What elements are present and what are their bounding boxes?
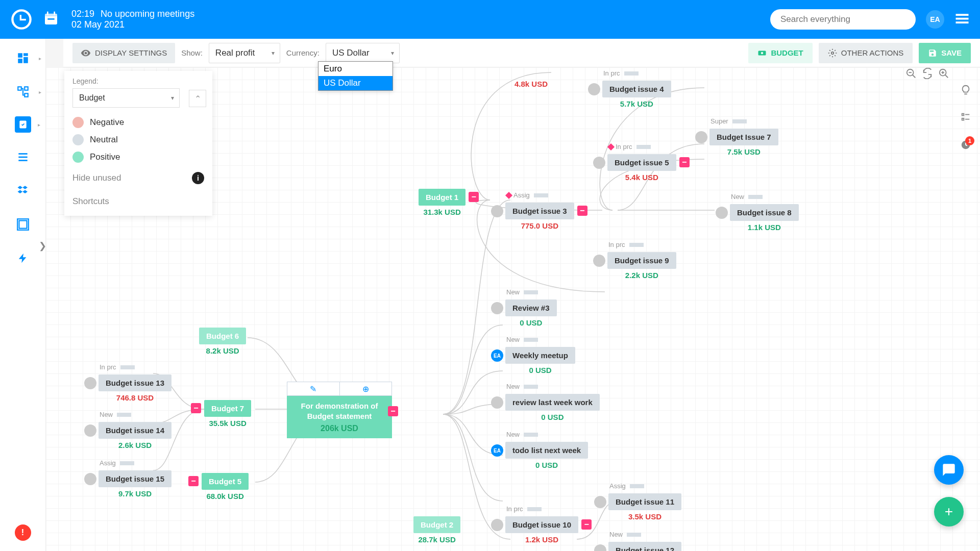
currency-option-euro[interactable]: Euro: [318, 62, 393, 76]
hamburger-icon[interactable]: [954, 11, 970, 28]
header-time: 02:19: [71, 9, 94, 19]
bulb-icon[interactable]: [960, 84, 971, 97]
nav-frame-icon[interactable]: [14, 215, 32, 234]
avatar-icon: [594, 544, 606, 551]
add-fab[interactable]: +: [934, 497, 964, 527]
show-select[interactable]: Real profit: [209, 43, 280, 63]
legend-item-positive: Positive: [72, 152, 204, 163]
node-budget-issue-14[interactable]: New Budget issue 14 2.6k USD: [99, 422, 172, 449]
toolbar: DISPLAY SETTINGS Show: Real profit Curre…: [63, 39, 980, 67]
zoom-controls: [905, 68, 949, 81]
nav-tree-icon[interactable]: ▸: [14, 83, 32, 101]
node-todo-list[interactable]: EA New todo list next week 0 USD: [505, 442, 588, 469]
node-review-3[interactable]: New Review #3 0 USD: [505, 299, 557, 327]
node-demo-root[interactable]: ✎ ⊕ For demonstration of Budget statemen…: [287, 382, 392, 438]
checklist-icon[interactable]: [960, 112, 971, 125]
neutral-dot: [72, 134, 84, 145]
svg-rect-9: [956, 18, 969, 20]
avatar-icon: EA: [491, 349, 503, 362]
svg-line-33: [913, 75, 916, 78]
branch-value: 4.8k USD: [514, 80, 548, 88]
svg-rect-4: [45, 14, 57, 16]
nav-list-icon[interactable]: [14, 148, 32, 166]
avatar-icon: [593, 255, 605, 267]
zoom-reset-icon[interactable]: [922, 68, 933, 81]
node-budget-6[interactable]: Budget 6 8.2k USD: [199, 328, 246, 355]
chat-fab[interactable]: [934, 455, 964, 485]
node-budget-issue-15[interactable]: Assig Budget issue 15 9.7k USD: [99, 470, 172, 498]
nav-tasks-icon[interactable]: ▸: [15, 116, 31, 133]
svg-rect-16: [24, 87, 28, 90]
positive-dot: [72, 152, 84, 163]
app-logo[interactable]: [10, 8, 33, 31]
clock-badge: 1: [965, 136, 974, 145]
svg-rect-6: [54, 12, 55, 15]
sidebar-expand-icon[interactable]: ❯: [39, 240, 46, 252]
save-button[interactable]: SAVE: [919, 43, 971, 63]
currency-select[interactable]: US Dollar: [326, 43, 400, 63]
currency-option-usd[interactable]: US Dollar: [318, 76, 393, 90]
header-meetings: No upcoming meetings: [101, 9, 194, 19]
avatar-icon: [491, 302, 503, 314]
node-budget-issue-13[interactable]: In prc Budget issue 13 746.8 USD: [99, 374, 172, 402]
node-budget-issue-3[interactable]: Assig Budget issue 3 − 775.0 USD: [505, 203, 574, 230]
svg-rect-14: [18, 59, 22, 63]
add-icon[interactable]: ⊕: [340, 382, 392, 395]
node-weekly-meetup[interactable]: EA New Weekly meetup 0 USD: [505, 347, 575, 374]
nav-dashboard-icon[interactable]: ▸: [14, 49, 32, 67]
display-settings-button[interactable]: DISPLAY SETTINGS: [72, 43, 175, 63]
info-icon[interactable]: i: [192, 172, 204, 184]
node-budget-issue-9[interactable]: In prc Budget issue 9 2.2k USD: [607, 252, 676, 280]
other-actions-button[interactable]: OTHER ACTIONS: [819, 43, 913, 63]
node-budget-issue-7[interactable]: Super Budget Issue 7 7.5k USD: [709, 129, 778, 156]
node-budget-issue-12[interactable]: New Budget issue 12: [608, 542, 681, 551]
node-budget-2[interactable]: Budget 2 28.7k USD: [413, 516, 460, 544]
minus-icon[interactable]: −: [191, 403, 201, 413]
minus-icon[interactable]: −: [679, 157, 690, 167]
avatar-icon: [716, 207, 728, 219]
legend-panel: Legend: Budget ⌃ Negative Neutral Positi…: [64, 71, 212, 216]
node-budget-issue-4[interactable]: In prc Budget issue 4 5.7k USD: [602, 81, 671, 108]
edit-icon[interactable]: ✎: [287, 382, 340, 395]
avatar-icon: [84, 424, 96, 437]
budget-button[interactable]: BUDGET: [748, 43, 812, 63]
svg-line-36: [945, 75, 948, 78]
node-budget-issue-10[interactable]: In prc Budget issue 10 − 1.2k USD: [505, 516, 578, 544]
minus-icon[interactable]: −: [469, 192, 479, 202]
avatar-icon: [588, 83, 600, 95]
svg-rect-29: [962, 118, 964, 120]
minus-icon[interactable]: −: [188, 476, 199, 486]
hide-unused-label[interactable]: Hide unused: [72, 173, 121, 183]
node-budget-issue-5[interactable]: In prc Budget issue 5 − 5.4k USD: [607, 154, 676, 182]
datetime-block: 02:19 No upcoming meetings 02 May 2021: [71, 9, 194, 30]
user-avatar[interactable]: EA: [926, 10, 944, 29]
left-sidebar: ▸ ▸ ▸ ❯ !: [0, 39, 46, 551]
zoom-out-icon[interactable]: [905, 68, 917, 81]
node-budget-1[interactable]: Budget 1 − 31.3k USD: [419, 189, 465, 216]
svg-rect-22: [19, 220, 27, 228]
avatar-icon: EA: [491, 444, 503, 457]
negative-dot: [72, 117, 84, 128]
search-input[interactable]: [770, 9, 916, 30]
currency-label: Currency:: [286, 48, 320, 57]
legend-collapse-icon[interactable]: ⌃: [189, 90, 206, 107]
node-budget-issue-8[interactable]: New Budget issue 8 1.1k USD: [730, 204, 799, 232]
clock-icon[interactable]: 1: [960, 139, 971, 153]
svg-rect-5: [47, 12, 48, 15]
node-budget-5[interactable]: Budget 5 − 68.0k USD: [202, 473, 249, 500]
minus-icon[interactable]: −: [388, 406, 398, 416]
node-review-last-week[interactable]: New review last week work 0 USD: [505, 394, 600, 421]
node-budget-issue-11[interactable]: Assig Budget issue 11 3.5k USD: [608, 493, 681, 521]
show-label: Show:: [181, 48, 203, 57]
sidebar-alert-icon[interactable]: !: [15, 524, 31, 541]
nav-bolt-icon[interactable]: [14, 249, 32, 267]
shortcuts-label[interactable]: Shortcuts: [72, 196, 204, 207]
minus-icon[interactable]: −: [581, 519, 592, 530]
zoom-in-icon[interactable]: [938, 68, 949, 81]
svg-rect-1: [20, 15, 21, 20]
legend-select[interactable]: Budget: [72, 88, 180, 108]
calendar-icon[interactable]: [43, 10, 61, 29]
node-budget-7[interactable]: Budget 7 − 35.5k USD: [204, 400, 251, 428]
minus-icon[interactable]: −: [577, 206, 587, 216]
nav-dropbox-icon[interactable]: [14, 182, 32, 200]
